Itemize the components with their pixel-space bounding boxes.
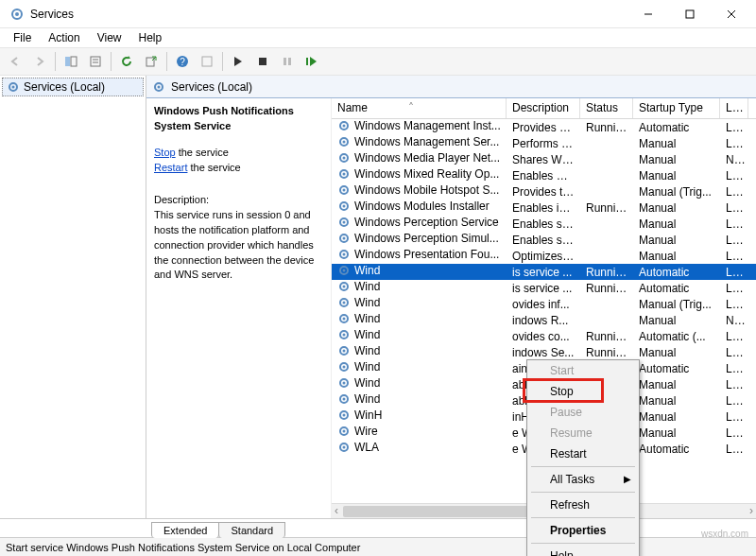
svg-point-24	[343, 125, 346, 128]
menu-help[interactable]: Help	[131, 29, 170, 46]
service-row[interactable]: Windows Media Player Net...Shares Win...…	[332, 151, 756, 167]
service-startup: Manual	[633, 410, 720, 424]
close-button[interactable]	[711, 1, 752, 27]
ctx-start[interactable]: Start	[527, 360, 639, 381]
service-status: Running	[580, 282, 633, 295]
ctx-refresh[interactable]: Refresh	[527, 495, 639, 515]
stop-service-button[interactable]	[251, 50, 274, 73]
service-desc: Performs m...	[507, 137, 580, 150]
service-name: Wind	[354, 296, 380, 309]
col-description[interactable]: Description	[507, 98, 580, 118]
service-startup: Manual (Trig...	[633, 298, 720, 311]
ctx-resume[interactable]: Resume	[527, 423, 639, 443]
pause-service-button[interactable]	[276, 50, 299, 73]
col-logon[interactable]: Log	[720, 98, 748, 118]
service-row[interactable]: Windovides co...RunningAutomatic (...Loc…	[332, 328, 756, 344]
service-logon: Loca	[720, 137, 748, 150]
help-button[interactable]: ?	[171, 50, 194, 73]
svg-rect-6	[65, 57, 70, 66]
service-name: Wind	[354, 312, 380, 325]
tree-node-services-local[interactable]: Services (Local)	[2, 78, 144, 96]
submenu-arrow-icon: ▶	[624, 474, 631, 484]
main-area: Services (Local) Services (Local) Window…	[0, 76, 756, 518]
scroll-right-icon[interactable]: ›	[747, 504, 756, 518]
service-logon: Loca	[720, 282, 748, 295]
export-button[interactable]	[140, 50, 163, 73]
service-row[interactable]: Windindows R...ManualNetv	[332, 312, 756, 328]
svg-point-1	[15, 12, 19, 16]
service-logon: Loca	[720, 346, 748, 359]
minimize-button[interactable]	[627, 1, 669, 27]
right-body: Windows Push Notifications System Servic…	[146, 98, 756, 518]
scroll-left-icon[interactable]: ‹	[332, 504, 341, 518]
show-hide-tree-button[interactable]	[60, 50, 82, 73]
service-row[interactable]: Windows Modules InstallerEnables inst...…	[332, 200, 756, 216]
stop-service-suffix: the service	[176, 147, 229, 158]
tab-standard[interactable]: Standard	[218, 522, 285, 538]
service-row[interactable]: Windis service ...RunningAutomaticLoca	[332, 264, 756, 280]
refresh-button[interactable]	[115, 50, 138, 73]
view-tabs: Extended Standard	[0, 518, 756, 537]
stop-service-line: Stop the service	[154, 146, 323, 161]
service-row[interactable]: Windows Mobile Hotspot S...Provides th..…	[332, 183, 756, 200]
service-row[interactable]: Windindows Se...RunningManualLoca	[332, 344, 756, 360]
col-name[interactable]: Name ˄	[332, 98, 507, 118]
service-logon: Loca	[720, 443, 748, 456]
service-logon: Loca	[720, 298, 748, 311]
service-status: Running	[580, 346, 633, 359]
menu-view[interactable]: View	[90, 29, 129, 46]
service-row[interactable]: Windows Perception Simul...Enables spa..…	[332, 232, 756, 248]
maximize-button[interactable]	[669, 1, 711, 27]
service-status: Running	[580, 330, 633, 343]
ctx-stop[interactable]: Stop	[527, 381, 639, 402]
toolbar-extra-icon[interactable]	[196, 50, 218, 73]
service-row[interactable]: Windows Mixed Reality Op...Enables Mix..…	[332, 167, 756, 183]
col-status[interactable]: Status	[580, 98, 633, 118]
scrollbar-thumb[interactable]	[343, 506, 532, 517]
service-name: Windows Mobile Hotspot S...	[354, 183, 499, 197]
gear-icon	[337, 360, 351, 374]
gear-icon	[337, 441, 351, 454]
service-row[interactable]: Windows Management Inst...Provides a c..…	[332, 119, 756, 135]
svg-point-62	[343, 430, 346, 433]
gear-icon	[337, 312, 351, 325]
ctx-all-tasks[interactable]: All Tasks▶	[527, 469, 639, 490]
service-logon: Loca	[720, 394, 748, 408]
service-startup: Automatic	[633, 362, 720, 375]
tab-extended[interactable]: Extended	[151, 522, 219, 538]
restart-service-link[interactable]: Restart	[154, 162, 187, 173]
menu-action[interactable]: Action	[41, 29, 87, 46]
svg-rect-15	[259, 58, 266, 65]
nav-back-button[interactable]	[4, 50, 26, 73]
service-row[interactable]: Windovides inf...Manual (Trig...Loca	[332, 296, 756, 312]
svg-rect-11	[146, 58, 154, 66]
svg-rect-3	[686, 10, 694, 18]
nav-forward-button[interactable]	[28, 50, 51, 73]
service-row[interactable]: Windis service ...RunningAutomaticLoca	[332, 280, 756, 296]
restart-service-button[interactable]	[301, 50, 323, 73]
service-row[interactable]: Windows Presentation Fou...Optimizes p..…	[332, 248, 756, 264]
gear-icon	[337, 392, 351, 406]
ctx-restart[interactable]: Restart	[527, 443, 639, 464]
svg-point-60	[343, 414, 346, 417]
selected-service-name: Windows Push Notifications System Servic…	[154, 104, 323, 134]
stop-service-link[interactable]: Stop	[154, 147, 176, 158]
ctx-properties[interactable]: Properties	[527, 520, 639, 541]
col-startup-type[interactable]: Startup Type	[633, 98, 720, 118]
service-startup: Manual	[633, 153, 720, 166]
service-row[interactable]: Windows Management Ser...Performs m...Ma…	[332, 135, 756, 151]
service-name: Windows Management Ser...	[354, 135, 499, 148]
description-panel: Windows Push Notifications System Servic…	[146, 98, 331, 518]
svg-point-40	[343, 253, 346, 256]
svg-rect-16	[284, 58, 286, 65]
start-service-button[interactable]	[227, 50, 249, 73]
properties-button[interactable]	[84, 50, 107, 73]
menu-file[interactable]: File	[6, 29, 39, 46]
ctx-pause[interactable]: Pause	[527, 402, 639, 423]
service-startup: Manual	[633, 137, 720, 150]
ctx-help[interactable]: Help	[527, 546, 639, 556]
service-row[interactable]: Windows Perception ServiceEnables spa...…	[332, 216, 756, 232]
service-logon: Loca	[720, 234, 748, 247]
service-startup: Automatic	[633, 443, 720, 456]
svg-rect-8	[91, 57, 100, 66]
